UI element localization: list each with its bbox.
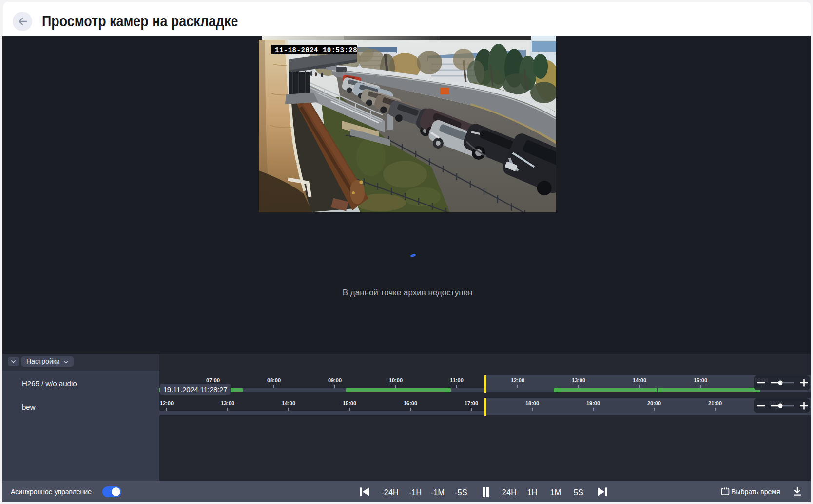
- svg-text:11-18-2024 10:53:28: 11-18-2024 10:53:28: [275, 46, 357, 54]
